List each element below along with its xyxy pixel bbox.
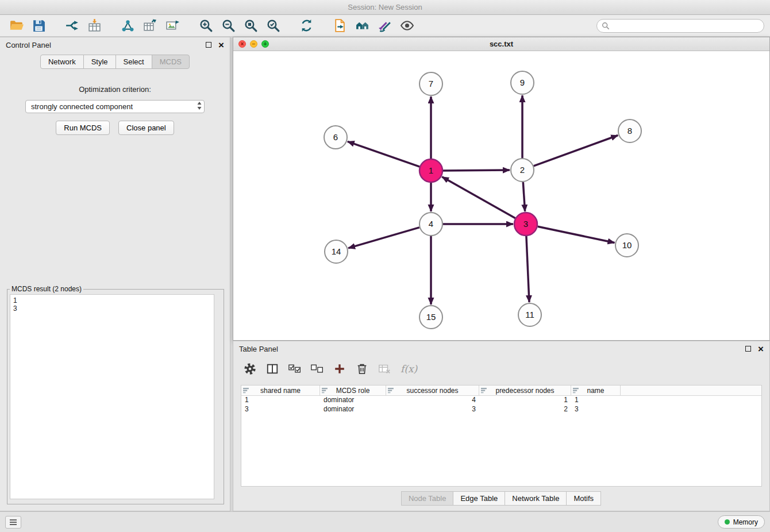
column-header-predecessor-nodes[interactable]: predecessor nodes: [479, 385, 571, 395]
column-header-mcds-role[interactable]: MCDS role: [320, 385, 386, 395]
table-tab-network-table[interactable]: Network Table: [505, 491, 567, 506]
tab-select[interactable]: Select: [116, 55, 152, 69]
close-window-icon[interactable]: ×: [238, 40, 246, 48]
tab-mcds[interactable]: MCDS: [152, 55, 190, 69]
search-input[interactable]: [613, 22, 759, 30]
dropdown-value: strongly connected component: [31, 102, 133, 111]
delete-column-button[interactable]: [356, 363, 368, 375]
select-all-columns-button[interactable]: [288, 363, 301, 375]
function-builder-button[interactable]: f(x): [401, 363, 417, 375]
edge-3-to-1[interactable]: [442, 177, 515, 218]
graph-node-11[interactable]: 11: [518, 303, 541, 326]
table-tab-edge-table[interactable]: Edge Table: [453, 491, 505, 506]
memory-button[interactable]: Memory: [718, 515, 765, 529]
add-column-button[interactable]: [333, 363, 346, 375]
deselect-all-columns-button[interactable]: [311, 363, 324, 375]
tab-style[interactable]: Style: [83, 55, 116, 69]
save-session-button[interactable]: [28, 17, 49, 34]
close-panel-icon[interactable]: ×: [218, 40, 224, 50]
zoom-in-button[interactable]: [195, 17, 216, 34]
column-fn-icon: [481, 387, 487, 394]
column-header-name[interactable]: name: [571, 385, 621, 395]
export-image-button[interactable]: [162, 17, 183, 34]
minimize-window-icon[interactable]: −: [250, 40, 257, 48]
refresh-layout-button[interactable]: [296, 17, 317, 34]
task-history-button[interactable]: [5, 516, 21, 529]
edge-1-to-2[interactable]: [443, 170, 510, 171]
zoom-fit-icon: [244, 18, 258, 33]
graph-node-3[interactable]: 3: [514, 213, 537, 236]
float-panel-icon[interactable]: [206, 42, 211, 48]
graph-node-8[interactable]: 8: [618, 119, 641, 142]
refresh-icon: [299, 18, 314, 33]
unchecked-boxes-icon: [311, 363, 324, 375]
node-table: shared nameMCDS rolesuccessor nodesprede…: [241, 385, 762, 487]
export-table-button[interactable]: [140, 17, 160, 34]
table-cell: 3: [386, 405, 479, 414]
graph-node-10[interactable]: 10: [615, 234, 638, 257]
memory-status-dot: [725, 519, 730, 525]
edge-2-to-3[interactable]: [523, 182, 525, 211]
table-cell: 1: [241, 396, 320, 405]
columns-icon: [266, 363, 279, 375]
edge-2-to-8[interactable]: [534, 136, 618, 166]
toolbar-separator: [51, 25, 60, 26]
delete-table-button[interactable]: [378, 363, 391, 375]
first-neighbors-button[interactable]: [352, 17, 372, 34]
edge-3-to-10[interactable]: [538, 226, 615, 242]
optimization-dropdown[interactable]: strongly connected component: [25, 100, 205, 113]
import-network-button[interactable]: [61, 17, 82, 34]
show-graphics-details-button[interactable]: [396, 17, 417, 34]
graph-node-6[interactable]: 6: [324, 126, 347, 149]
network-from-file-button[interactable]: [117, 17, 138, 34]
graph-node-14[interactable]: 14: [325, 240, 348, 263]
main-toolbar: [0, 15, 770, 37]
network-canvas[interactable]: 7968124314101511: [233, 51, 769, 340]
float-table-panel-icon[interactable]: [745, 346, 751, 352]
table-row[interactable]: 3dominator323: [241, 405, 761, 414]
graph-node-2[interactable]: 2: [511, 159, 534, 182]
zoom-fit-button[interactable]: [240, 17, 261, 34]
node-label: 3: [523, 219, 528, 229]
zoom-out-button[interactable]: [218, 17, 238, 34]
column-header-shared-name[interactable]: shared name: [241, 385, 320, 395]
style-brush-button[interactable]: [374, 17, 395, 34]
graph-node-15[interactable]: 15: [419, 306, 442, 329]
network-window-titlebar[interactable]: × − + scc.txt: [233, 37, 769, 51]
close-panel-button[interactable]: Close panel: [118, 121, 174, 135]
open-file-button[interactable]: [6, 17, 26, 34]
close-table-panel-icon[interactable]: ×: [758, 344, 764, 354]
toolbar-separator: [184, 25, 194, 26]
tab-network[interactable]: Network: [40, 55, 84, 69]
plus-icon: [333, 363, 346, 375]
node-label: 9: [520, 78, 525, 87]
show-columns-button[interactable]: [266, 363, 279, 375]
export-document-button[interactable]: [329, 17, 350, 34]
maximize-window-icon[interactable]: +: [261, 40, 269, 48]
table-tab-node-table[interactable]: Node Table: [401, 491, 454, 506]
column-label: name: [587, 387, 604, 395]
graph-node-1[interactable]: 1: [419, 159, 442, 182]
import-table-button[interactable]: [84, 17, 105, 34]
trash-icon: [356, 363, 368, 375]
graph-node-9[interactable]: 9: [511, 71, 534, 94]
search-box[interactable]: [596, 19, 764, 33]
window-title: Session: New Session: [348, 3, 422, 11]
table-settings-button[interactable]: [244, 363, 256, 375]
graph-node-7[interactable]: 7: [419, 72, 442, 95]
zoom-out-icon: [221, 18, 236, 33]
mcds-result-list[interactable]: 1 3: [10, 294, 214, 499]
network-view-window: × − + scc.txt 7968124314101511: [233, 37, 770, 341]
table-row[interactable]: 1dominator411: [241, 396, 761, 405]
edge-4-to-14[interactable]: [348, 228, 419, 248]
control-panel-header: Control Panel ×: [0, 37, 230, 52]
import-table-icon: [87, 18, 102, 33]
graph-node-4[interactable]: 4: [419, 213, 442, 236]
edge-1-to-6[interactable]: [348, 141, 419, 167]
table-tab-motifs[interactable]: Motifs: [566, 491, 601, 506]
run-mcds-button[interactable]: Run MCDS: [56, 121, 110, 135]
zoom-selected-button[interactable]: [263, 17, 283, 34]
save-floppy-icon: [32, 18, 46, 33]
edge-3-to-11[interactable]: [526, 236, 529, 302]
column-header-successor-nodes[interactable]: successor nodes: [386, 385, 479, 395]
